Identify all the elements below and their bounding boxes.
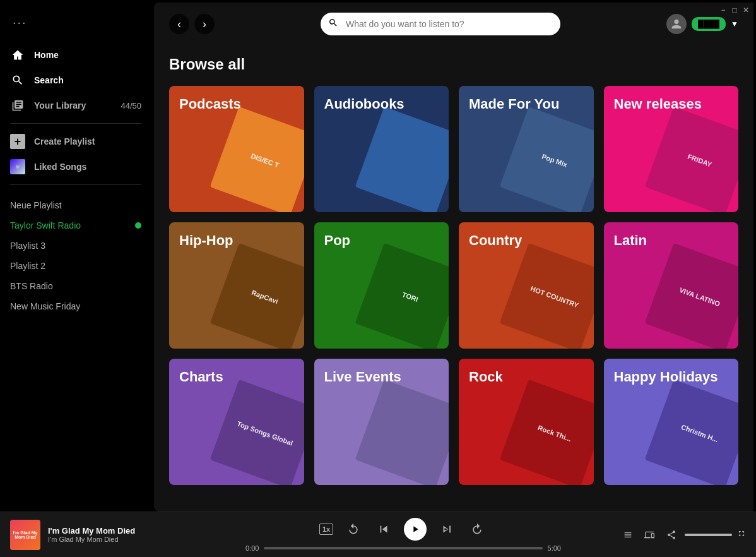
maximize-button[interactable]: □ [729, 5, 740, 15]
genre-card-title: Charts [179, 369, 223, 385]
np-time-total: 5:00 [548, 544, 561, 552]
genre-card-title: Hip-Hop [179, 232, 233, 249]
genre-card-charts[interactable]: ChartsTop Songs Global [169, 359, 304, 485]
sidebar-top-menu: ··· [0, 5, 151, 40]
genre-card-new-releases[interactable]: New releasesFRIDAY [604, 86, 739, 212]
plus-icon: + [10, 134, 25, 149]
genre-card-art [349, 373, 449, 485]
sidebar-divider [10, 123, 141, 124]
expand-button[interactable] [737, 529, 746, 540]
genre-card-happy-holidays[interactable]: Happy HolidaysChristm H... [604, 359, 739, 485]
genre-card-audiobooks[interactable]: Audiobooks [314, 86, 449, 212]
genre-card-art: DIS/EC T [204, 100, 304, 212]
np-center: 1x 0:00 5:00 [187, 518, 620, 552]
search-bar [321, 13, 560, 35]
user-dropdown-arrow[interactable]: ▼ [731, 20, 738, 28]
genre-card-hip-hop[interactable]: Hip-HopRapCavi [169, 222, 304, 349]
browse-section: Browse all PodcastsDIS/EC TAudiobooksMad… [154, 45, 753, 512]
genre-card-art: Christm H... [639, 373, 738, 485]
genre-card-title: New releases [614, 96, 702, 112]
sidebar: ··· Home Search Your Library 44/50 [0, 0, 151, 512]
genre-card-pop[interactable]: PopTORI [314, 222, 449, 349]
genre-card-rock[interactable]: RockRock Thi... [459, 359, 594, 485]
search-icon [328, 18, 338, 30]
genre-card-country[interactable]: CountryHOT COUNTRY [459, 222, 594, 349]
create-playlist-label: Create Playlist [34, 136, 95, 147]
user-avatar[interactable] [666, 14, 687, 34]
genre-card-title: Audiobooks [324, 96, 405, 112]
genre-card-art: HOT COUNTRY [494, 237, 594, 349]
three-dots-menu[interactable]: ··· [8, 10, 32, 35]
library-header[interactable]: Your Library 44/50 [0, 93, 151, 118]
np-progress-bar[interactable] [264, 547, 542, 549]
speed-button[interactable]: 1x [319, 524, 333, 535]
playlist-item[interactable]: Taylor Swift Radio [0, 215, 151, 236]
now-playing-bar: I'm Glad My Mom Died I'm Glad My Mom Die… [0, 512, 756, 557]
sidebar-item-search[interactable]: Search [0, 68, 151, 93]
playlist-item[interactable]: Playlist 2 [0, 256, 151, 276]
playlist-item-name: BTS Radio [10, 281, 53, 291]
library-left: Your Library [10, 98, 86, 113]
genre-card-latin[interactable]: LatinVIVA LATINO [604, 222, 739, 349]
playlist-item[interactable]: Playlist 3 [0, 236, 151, 256]
forward-15-button[interactable] [467, 519, 487, 539]
sidebar-divider-2 [10, 184, 141, 185]
play-pause-button[interactable] [404, 518, 427, 541]
genre-card-title: Live Events [324, 369, 401, 385]
nav-arrows: ‹ › [169, 14, 215, 34]
genre-card-podcasts[interactable]: PodcastsDIS/EC T [169, 86, 304, 212]
playlist-list: Neue PlaylistTaylor Swift RadioPlaylist … [0, 195, 151, 506]
np-time-current: 0:00 [245, 544, 259, 552]
genre-grid: PodcastsDIS/EC TAudiobooksMade For YouPo… [169, 86, 738, 485]
search-nav-icon [10, 73, 25, 88]
playlist-item[interactable]: New Music Friday [0, 296, 151, 316]
genre-card-title: Podcasts [179, 96, 241, 112]
playlist-item[interactable]: Neue Playlist [0, 195, 151, 215]
genre-card-art: RapCavi [204, 237, 304, 349]
home-label: Home [34, 50, 59, 60]
back-button[interactable]: ‹ [169, 14, 189, 34]
np-right [620, 526, 746, 544]
np-volume-bar[interactable] [685, 534, 732, 536]
rewind-button[interactable] [343, 519, 363, 539]
genre-card-art: Rock Thi... [494, 373, 594, 485]
create-playlist-button[interactable]: + Create Playlist [0, 129, 151, 154]
share-button[interactable] [663, 526, 680, 544]
previous-button[interactable] [374, 519, 394, 539]
library-count: 44/50 [121, 101, 141, 111]
minimize-button[interactable]: − [718, 5, 728, 15]
np-track-title: I'm Glad My Mom Died [48, 526, 187, 536]
titlebar: − □ ✕ [713, 0, 756, 20]
np-volume-fill [685, 534, 732, 536]
genre-card-title: Pop [324, 232, 351, 249]
np-album-art-image: I'm Glad My Mom Died [10, 520, 40, 550]
sidebar-item-home[interactable]: Home [0, 42, 151, 68]
genre-card-art: TORI [349, 237, 449, 349]
genre-card-art: FRIDAY [639, 100, 738, 212]
next-button[interactable] [437, 519, 457, 539]
genre-card-made-for-you[interactable]: Made For YouPop Mix [459, 86, 594, 212]
genre-card-title: Latin [614, 232, 647, 249]
heart-icon: ♥ [10, 159, 25, 174]
genre-card-title: Happy Holidays [614, 369, 718, 385]
liked-songs-label: Liked Songs [34, 162, 86, 172]
playlist-item-name: Playlist 2 [10, 261, 45, 271]
search-input[interactable] [321, 13, 560, 35]
genre-card-live-events[interactable]: Live Events [314, 359, 449, 485]
library-icon [10, 98, 25, 113]
playlist-item[interactable]: BTS Radio [0, 276, 151, 296]
playing-dot [135, 222, 141, 229]
queue-button[interactable] [620, 526, 636, 544]
genre-card-art [349, 100, 449, 212]
genre-card-art: VIVA LATINO [639, 237, 738, 349]
app-container: ··· Home Search Your Library 44/50 [0, 0, 756, 512]
close-button[interactable]: ✕ [741, 5, 751, 15]
liked-songs-button[interactable]: ♥ Liked Songs [0, 154, 151, 179]
genre-card-art: Top Songs Global [204, 373, 304, 485]
devices-button[interactable] [641, 526, 658, 544]
np-left: I'm Glad My Mom Died I'm Glad My Mom Die… [10, 520, 187, 550]
topbar: ‹ › ████ ▼ [154, 3, 753, 45]
forward-button[interactable]: › [194, 14, 215, 34]
playlist-item-name: Neue Playlist [10, 200, 62, 210]
genre-card-art: Pop Mix [494, 100, 594, 212]
